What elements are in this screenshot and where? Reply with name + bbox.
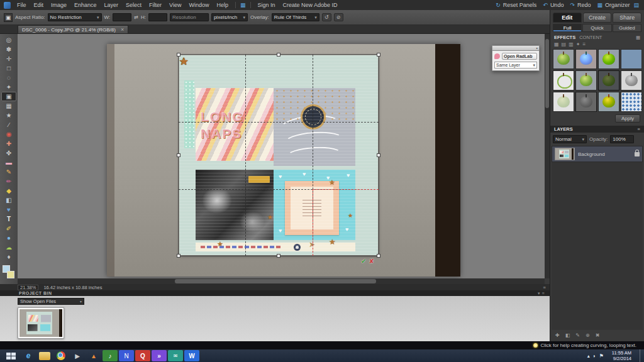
width-field[interactable] xyxy=(113,13,131,21)
taskbar-app-media[interactable]: ▶ xyxy=(70,350,85,361)
organizer-button[interactable]: ▦ Organizer xyxy=(593,2,632,8)
mode-full[interactable]: Full xyxy=(553,24,582,32)
effect-thumbnail[interactable] xyxy=(598,49,619,69)
adjustment-layer-icon[interactable]: ◧ xyxy=(565,332,570,338)
opacity-field[interactable]: 100% xyxy=(610,135,634,143)
lasso-tool[interactable]: ◌ xyxy=(1,73,16,82)
menu-select[interactable]: Select xyxy=(122,2,145,8)
bin-filter-select[interactable]: Show Open Files ▾ xyxy=(18,298,84,305)
taskbar-app-mail[interactable]: ✉ xyxy=(168,350,183,361)
create-adobe-id-link[interactable]: Create New Adobe ID xyxy=(279,2,341,8)
taskbar-app-music[interactable]: ♪ xyxy=(103,350,118,361)
effect-thumbnail[interactable] xyxy=(598,70,619,90)
paint-bucket-tool[interactable]: ◆ xyxy=(1,186,16,195)
link-layers-icon[interactable]: ⊕ xyxy=(586,332,590,338)
effect-thumbnail[interactable] xyxy=(553,70,574,90)
blur-tool[interactable]: ● xyxy=(1,233,16,243)
apply-button[interactable]: Apply xyxy=(615,114,640,123)
menu-file[interactable]: File xyxy=(13,2,30,8)
delete-layer-icon[interactable]: ✖ xyxy=(596,332,600,338)
effect-thumbnail[interactable] xyxy=(553,49,574,69)
vertical-scrollbar[interactable] xyxy=(545,34,550,278)
brush-tool[interactable]: ✎ xyxy=(1,167,16,177)
layers-menu-icon[interactable]: ≡ xyxy=(638,126,640,132)
crop-tool[interactable]: ▣ xyxy=(1,92,16,101)
sponge-tool[interactable]: ☁ xyxy=(1,243,16,252)
taskbar-app-notes[interactable]: N xyxy=(119,350,134,361)
layout-grid-icon[interactable]: ▦ xyxy=(239,2,247,8)
horizontal-scrollbar[interactable] xyxy=(18,278,545,284)
menu-help[interactable]: Help xyxy=(213,2,232,8)
overlay-select[interactable]: Rule Of Thirds▾ xyxy=(272,13,319,21)
pencil-tool[interactable]: ✐ xyxy=(1,224,16,233)
tray-icon[interactable]: ⚑ xyxy=(599,353,604,359)
sign-in-link[interactable]: Sign In xyxy=(254,2,279,8)
taskbar-app-browser[interactable]: e xyxy=(21,350,36,361)
crop-handle[interactable] xyxy=(377,53,380,57)
move-tool[interactable]: ✛ xyxy=(1,54,16,63)
close-document-icon[interactable]: × xyxy=(121,26,124,33)
swap-dimensions-icon[interactable]: ⇄ xyxy=(134,14,138,20)
crop-handle[interactable] xyxy=(377,153,380,157)
layer-mask-icon[interactable]: ✎ xyxy=(575,332,580,338)
cookie-cutter-tool[interactable]: ★ xyxy=(1,111,16,120)
crop-handle[interactable] xyxy=(277,254,280,258)
menu-image[interactable]: Image xyxy=(47,2,70,8)
effect-thumbnail[interactable] xyxy=(575,92,597,112)
taskbar-app-chrome[interactable] xyxy=(57,351,65,360)
status-menu-icon[interactable]: ≡ xyxy=(543,285,546,290)
effect-thumbnail[interactable] xyxy=(621,49,642,69)
start-button[interactable] xyxy=(5,351,16,360)
crop-handle[interactable] xyxy=(177,254,180,258)
eraser-tool[interactable]: ▬ xyxy=(1,158,16,167)
reset-crop-icon[interactable]: ↺ xyxy=(322,13,331,21)
canvas[interactable]: LONG NAPS ♥ ♥ ♥ ♥ ♥ ♥ ➤ ★ ★ ★ ★ xyxy=(18,34,545,278)
taskbar-app-explorer[interactable] xyxy=(39,352,50,360)
taskbar-app-purple[interactable]: » xyxy=(152,350,167,361)
commit-crop-button[interactable]: ✔ xyxy=(361,258,366,265)
panel-toggle-icon[interactable]: ▤ xyxy=(632,2,640,8)
close-icon[interactable]: ▪ xyxy=(536,46,538,50)
filter-icon[interactable]: ▤ xyxy=(562,41,567,47)
menu-edit[interactable]: Edit xyxy=(30,2,48,8)
menu-filter[interactable]: Filter xyxy=(145,2,165,8)
tray-icon[interactable]: ◗ xyxy=(593,353,596,359)
mode-guided[interactable]: Guided xyxy=(613,24,641,32)
mode-quick[interactable]: Quick xyxy=(582,24,611,32)
shape-tool[interactable]: ♥ xyxy=(1,205,16,214)
cancel-crop-button[interactable]: ✘ xyxy=(369,258,374,265)
effect-thumbnail[interactable] xyxy=(553,92,574,112)
effect-thumbnail[interactable] xyxy=(575,49,597,69)
gradient-tool[interactable]: ◧ xyxy=(1,195,16,205)
clone-stamp-tool[interactable]: ✤ xyxy=(1,148,16,158)
menu-enhance[interactable]: Enhance xyxy=(70,2,101,8)
blend-mode-select[interactable]: Normal▾ xyxy=(553,135,587,143)
redo-button[interactable]: ↷ Redo xyxy=(566,2,593,8)
show-desktop-button[interactable] xyxy=(640,349,643,362)
filter-icon[interactable]: ▦ xyxy=(554,41,559,47)
zoom-tool[interactable]: ◎ xyxy=(1,35,16,45)
recompose-tool[interactable]: ▦ xyxy=(1,101,16,111)
filter-icon[interactable]: ≡ xyxy=(582,41,586,47)
filter-icon[interactable]: ✦ xyxy=(576,41,580,47)
zoom-level-field[interactable]: 21.38% xyxy=(18,285,38,290)
red-eye-tool[interactable]: ◉ xyxy=(1,129,16,139)
tab-edit[interactable]: Edit xyxy=(553,13,582,23)
resolution-field[interactable]: Resolution xyxy=(170,13,209,21)
aspect-ratio-select[interactable]: No Restriction▾ xyxy=(48,13,102,21)
panel-grid-icon[interactable]: ▦ xyxy=(636,35,640,40)
tab-create[interactable]: Create xyxy=(583,13,612,23)
type-tool[interactable]: T xyxy=(1,214,16,224)
bin-thumbnail[interactable] xyxy=(18,307,64,339)
effect-thumbnail[interactable] xyxy=(621,92,642,112)
document-tab[interactable]: DSC_0006 - Copy.JPG @ 21.4% (RGB/8) × xyxy=(18,25,128,33)
height-field[interactable] xyxy=(148,13,167,21)
project-bin-menu-icon[interactable]: ▾ ≡ xyxy=(538,291,545,296)
filter-icon[interactable]: ▥ xyxy=(569,41,574,47)
crop-handle[interactable] xyxy=(177,153,180,157)
undo-button[interactable]: ↶ Undo xyxy=(539,2,566,8)
taskbar-clock[interactable]: 11:55 AM 9/2/2014 xyxy=(612,350,631,362)
taskbar-app-vlc[interactable]: ▲ xyxy=(86,350,101,361)
layer-row-background[interactable]: Background xyxy=(552,146,643,162)
new-layer-icon[interactable]: ✚ xyxy=(555,332,560,338)
